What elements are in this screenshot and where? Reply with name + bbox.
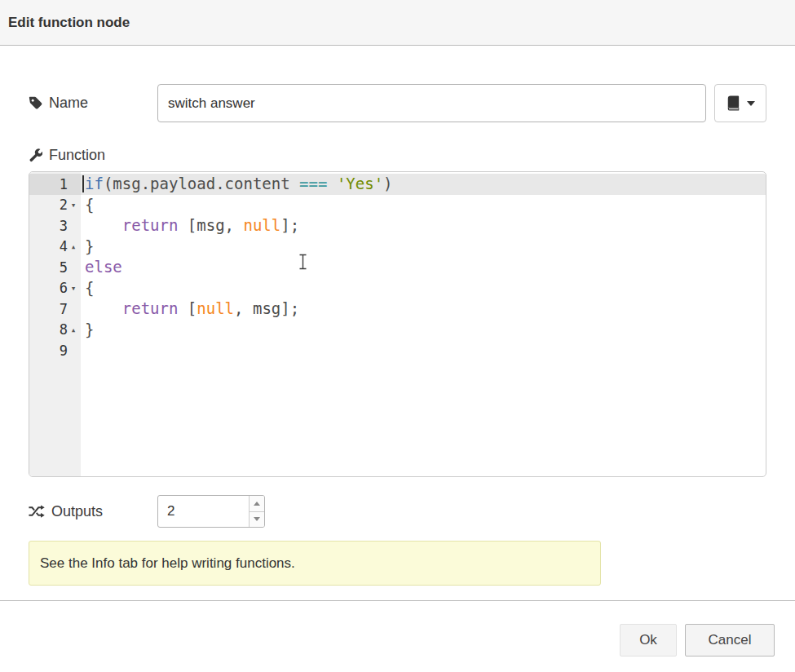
name-input[interactable] xyxy=(157,84,706,122)
code-token: return xyxy=(122,216,179,234)
code-token xyxy=(85,216,122,234)
code-token: [ xyxy=(178,299,197,317)
gutter-line: 4▴ xyxy=(29,237,81,258)
code-token: else xyxy=(85,258,122,276)
spinner-down-button[interactable] xyxy=(250,511,264,528)
code-token: { xyxy=(85,279,94,297)
wrench-icon xyxy=(29,148,42,162)
fold-arrow-icon[interactable]: ▾ xyxy=(68,283,79,294)
function-label: Function xyxy=(49,147,105,164)
line-number: 6 xyxy=(60,280,68,296)
outputs-label-group: Outputs xyxy=(29,503,157,520)
gutter-line: 2▾ xyxy=(29,195,81,216)
gutter-line: 3 xyxy=(29,215,81,237)
editor-code[interactable]: if(msg.payload.content === 'Yes'){ retur… xyxy=(81,172,766,476)
line-number: 4 xyxy=(60,238,68,254)
name-label: Name xyxy=(49,95,88,112)
gutter-line: 8▴ xyxy=(29,320,81,341)
line-number: 5 xyxy=(60,259,68,276)
dialog-title: Edit function node xyxy=(8,15,130,31)
gutter-line: 1 xyxy=(29,174,81,195)
caret-down-icon xyxy=(747,101,755,106)
line-number: 7 xyxy=(60,301,68,317)
code-line: return [null, msg]; xyxy=(81,298,766,320)
outputs-spinner: 2 xyxy=(157,495,265,528)
line-number: 8 xyxy=(60,321,68,338)
code-token: { xyxy=(85,196,94,214)
code-token: } xyxy=(85,237,94,255)
text-caret xyxy=(82,175,84,192)
edit-function-node-dialog: Edit function node Name xyxy=(0,0,795,672)
code-token: , msg]; xyxy=(234,299,299,317)
line-number: 3 xyxy=(60,218,68,234)
library-button[interactable] xyxy=(714,84,766,122)
code-token: [msg, xyxy=(178,216,243,234)
dialog-footer: Ok Cancel xyxy=(0,601,795,657)
code-line xyxy=(81,340,766,361)
dialog-header: Edit function node xyxy=(0,0,795,46)
code-line: { xyxy=(81,195,766,216)
arrow-down-icon xyxy=(254,517,260,521)
code-token: === xyxy=(299,175,327,192)
outputs-label: Outputs xyxy=(51,503,103,520)
info-tip-text: See the Info tab for help writing functi… xyxy=(40,555,295,572)
code-line: { xyxy=(81,278,766,299)
code-token: (msg.payload.content xyxy=(104,175,299,192)
code-token: } xyxy=(85,321,94,338)
function-field-row: Function xyxy=(29,145,766,165)
code-token: return xyxy=(122,299,179,317)
book-icon xyxy=(726,95,741,111)
gutter-line: 5 xyxy=(29,257,81,278)
code-line: } xyxy=(81,320,766,341)
code-token: 'Yes' xyxy=(337,175,383,192)
code-token: ]; xyxy=(280,216,299,234)
fold-arrow-icon[interactable]: ▴ xyxy=(68,241,79,252)
fold-arrow-icon[interactable]: ▴ xyxy=(68,325,79,335)
function-label-group: Function xyxy=(29,147,157,164)
code-line: } xyxy=(81,237,766,258)
gutter-line: 9 xyxy=(29,340,81,361)
gutter-line: 7 xyxy=(29,298,81,320)
gutter-line: 6▾ xyxy=(29,278,81,299)
cancel-button[interactable]: Cancel xyxy=(685,624,775,657)
code-token: if xyxy=(85,175,104,192)
name-label-group: Name xyxy=(29,95,157,112)
line-number: 2 xyxy=(60,197,68,213)
code-token: ) xyxy=(383,175,392,192)
ok-button[interactable]: Ok xyxy=(620,624,677,657)
function-code-editor[interactable]: 12▾34▴56▾78▴9 if(msg.payload.content ===… xyxy=(29,171,766,477)
code-line: return [msg, null]; xyxy=(81,215,766,237)
outputs-field-row: Outputs 2 xyxy=(29,495,766,528)
name-field-row: Name xyxy=(29,84,766,122)
outputs-value[interactable]: 2 xyxy=(158,496,249,527)
code-token xyxy=(327,175,336,192)
editor-gutter: 12▾34▴56▾78▴9 xyxy=(29,172,81,476)
line-number: 9 xyxy=(60,343,68,359)
arrow-up-icon xyxy=(254,502,260,506)
code-token xyxy=(85,299,122,317)
random-icon xyxy=(29,505,45,518)
line-number: 1 xyxy=(60,176,68,192)
code-line: else xyxy=(81,257,766,278)
spinner-up-button[interactable] xyxy=(250,496,264,511)
info-tip: See the Info tab for help writing functi… xyxy=(29,541,601,586)
code-line: if(msg.payload.content === 'Yes') xyxy=(81,174,766,195)
tag-icon xyxy=(29,96,42,110)
code-token: null xyxy=(197,299,234,317)
fold-arrow-icon[interactable]: ▾ xyxy=(68,200,79,210)
code-token: null xyxy=(243,216,280,234)
spinner-buttons xyxy=(249,496,264,527)
dialog-body: Name xyxy=(0,84,795,586)
